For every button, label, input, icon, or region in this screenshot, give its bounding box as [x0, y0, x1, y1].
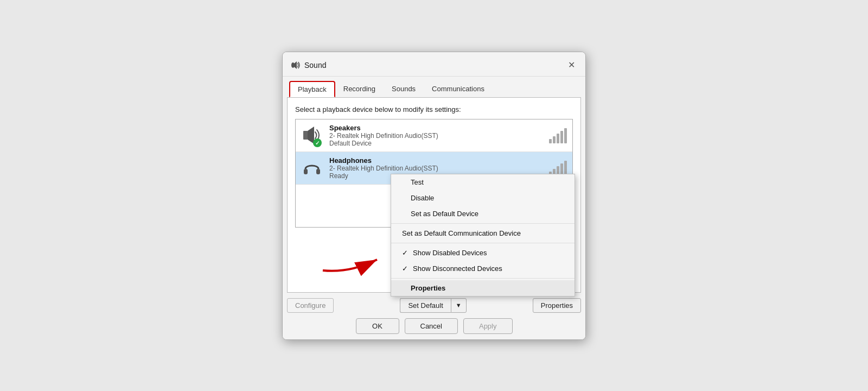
vol-bar-2: [553, 136, 556, 143]
tab-recording[interactable]: Recording: [335, 81, 384, 97]
title-bar: Sound ✕: [283, 52, 585, 77]
apply-button[interactable]: Apply: [463, 318, 513, 334]
svg-marker-2: [294, 61, 297, 69]
tab-playback[interactable]: Playback: [289, 81, 335, 97]
tab-content: Select a playback device below to modify…: [287, 97, 581, 293]
headphone-name: Headphones: [329, 156, 542, 165]
speaker-icon: ✓: [301, 124, 323, 146]
ctx-show-disconnected-label: Show Disconnected Devices: [413, 264, 502, 273]
svg-rect-3: [303, 131, 308, 140]
title-bar-left: Sound: [289, 60, 326, 71]
vol-bar-1: [549, 139, 552, 143]
vol-bar-4: [560, 131, 563, 143]
svg-rect-5: [304, 169, 308, 174]
bottom-row2: OK Cancel Apply: [287, 318, 581, 334]
set-default-dropdown-button[interactable]: ▼: [451, 298, 467, 313]
ctx-show-disabled[interactable]: ✓ Show Disabled Devices: [391, 245, 575, 261]
ok-button[interactable]: OK: [356, 318, 399, 334]
set-default-button[interactable]: Set Default: [400, 298, 450, 313]
context-menu: Test Disable Set as Default Device Set a…: [391, 174, 575, 297]
svg-rect-6: [316, 169, 320, 174]
ctx-set-default[interactable]: Set as Default Device: [391, 206, 575, 222]
vol-bar-3: [557, 134, 559, 143]
ctx-show-disabled-label: Show Disabled Devices: [413, 249, 487, 257]
ctx-separator-1: [391, 223, 575, 224]
speaker-name: Speakers: [329, 124, 542, 132]
check-show-disconnected: ✓: [402, 264, 411, 273]
set-default-group: Set Default ▼: [400, 298, 466, 313]
headphone-desc: 2- Realtek High Definition Audio(SST): [329, 165, 542, 172]
dialog-title: Sound: [304, 61, 326, 70]
properties-button[interactable]: Properties: [533, 298, 581, 313]
default-check-badge: ✓: [313, 138, 322, 147]
tab-bar: Playback Recording Sounds Communications: [283, 77, 585, 97]
speaker-status: Default Device: [329, 140, 542, 147]
ctx-properties[interactable]: Properties: [391, 280, 575, 296]
ctx-show-disconnected[interactable]: ✓ Show Disconnected Devices: [391, 261, 575, 276]
bottom-row1: Configure Set Default ▼ Properties: [287, 298, 581, 313]
instruction-text: Select a playback device below to modify…: [295, 105, 573, 113]
vol-bar-5: [564, 128, 567, 143]
ctx-test[interactable]: Test: [391, 174, 575, 190]
svg-rect-1: [292, 64, 294, 67]
sound-title-icon: [289, 60, 300, 71]
check-show-disabled: ✓: [402, 249, 411, 257]
close-button[interactable]: ✕: [564, 58, 579, 73]
ctx-separator-3: [391, 278, 575, 279]
speaker-desc: 2- Realtek High Definition Audio(SST): [329, 132, 542, 140]
configure-button[interactable]: Configure: [287, 298, 334, 313]
speaker-info: Speakers 2- Realtek High Definition Audi…: [329, 124, 542, 147]
tab-communications[interactable]: Communications: [424, 81, 493, 97]
bottom-area: Configure Set Default ▼ Properties OK Ca…: [283, 293, 585, 339]
sound-dialog: Sound ✕ Playback Recording Sounds Commun…: [282, 52, 586, 340]
ctx-separator-2: [391, 243, 575, 243]
device-item-speakers[interactable]: ✓ Speakers 2- Realtek High Definition Au…: [296, 119, 572, 152]
arrow-indicator: [317, 243, 382, 278]
ctx-disable[interactable]: Disable: [391, 190, 575, 206]
cancel-button[interactable]: Cancel: [405, 318, 458, 334]
speaker-volume-bars: [549, 127, 567, 143]
tab-sounds[interactable]: Sounds: [384, 81, 424, 97]
headphone-icon: [301, 157, 323, 179]
ctx-set-default-comm[interactable]: Set as Default Communication Device: [391, 225, 575, 241]
